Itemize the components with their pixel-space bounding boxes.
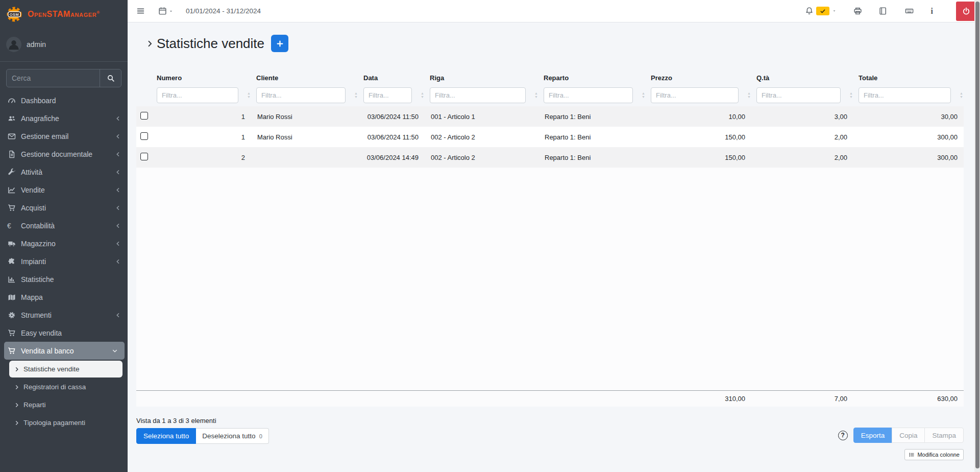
chart-line-icon	[7, 186, 16, 194]
date-range[interactable]: 01/01/2024 - 31/12/2024	[186, 7, 261, 15]
table-footer: Vista da 1 a 3 di 3 elementi Seleziona t…	[136, 407, 964, 444]
sidebar-item-magazzino[interactable]: Magazzino	[0, 234, 128, 252]
chevron-left-icon	[114, 169, 121, 176]
print-button[interactable]	[851, 5, 864, 17]
print-table-button[interactable]: Stampa	[924, 428, 964, 443]
cell-qta: 3,00	[751, 113, 853, 121]
cart-icon	[7, 329, 16, 337]
info-button[interactable]: i	[929, 5, 935, 17]
cell-totale: 300,00	[853, 154, 964, 161]
edit-columns-button[interactable]: Modifica colonne	[904, 449, 964, 460]
table-row[interactable]: 1 Mario Rossi 03/06/2024 11:50 001 - Art…	[136, 106, 964, 127]
page-scrollbar[interactable]	[974, 0, 980, 472]
main-content: Statistiche vendite Numero Cliente Data …	[128, 22, 980, 472]
copy-button[interactable]: Copia	[892, 428, 925, 443]
export-button[interactable]: Esporta	[853, 428, 893, 443]
chevron-left-icon	[114, 151, 121, 158]
sidebar-toggle-button[interactable]	[134, 5, 147, 17]
sidebar-item-statistiche[interactable]: Statistiche	[0, 270, 128, 288]
sidebar-item-vendita-al-banco[interactable]: Vendita al banco	[4, 342, 125, 360]
cell-cliente: Mario Rossi	[251, 113, 358, 121]
docs-button[interactable]	[877, 5, 890, 17]
row-checkbox[interactable]	[140, 112, 148, 120]
column-header-cliente[interactable]: Cliente	[251, 74, 358, 82]
filter-input-totale[interactable]	[859, 87, 951, 103]
column-header-qta[interactable]: Q.tà	[751, 74, 853, 82]
help-button[interactable]: ?	[838, 431, 848, 440]
chevron-left-icon	[114, 312, 121, 319]
calendar-button[interactable]	[156, 5, 176, 17]
table-totals-row: 310,00 7,00 630,00	[136, 390, 964, 407]
total-qta: 7,00	[751, 395, 853, 403]
sort-desc-icon: ▼	[354, 95, 358, 99]
sidebar-subitem-statistiche-vendite[interactable]: Statistiche vendite	[9, 361, 122, 377]
column-header-data[interactable]: Data	[358, 74, 425, 82]
sort-icons: ▲▼	[747, 92, 751, 99]
add-record-button[interactable]	[271, 35, 288, 52]
column-header-riga[interactable]: Riga	[425, 74, 538, 82]
column-header-totale[interactable]: Totale	[853, 74, 964, 82]
sidebar-menu: Dashboard Anagrafiche Gestione email Ges…	[0, 91, 128, 431]
sidebar-item-attivita[interactable]: Attività	[0, 163, 128, 181]
row-checkbox[interactable]	[140, 132, 148, 140]
search-input[interactable]	[7, 69, 100, 87]
sidebar-subitem-reparti[interactable]: Reparti	[9, 396, 122, 413]
svg-text:OSM: OSM	[10, 12, 19, 17]
sidebar-item-anagrafiche[interactable]: Anagrafiche	[0, 109, 128, 127]
table-row[interactable]: 2 03/06/2024 14:49 002 - Articolo 2 Repa…	[136, 147, 964, 168]
sidebar-item-gestione-email[interactable]: Gestione email	[0, 127, 128, 145]
cell-prezzo: 150,00	[646, 133, 751, 141]
cell-riga: 002 - Articolo 2	[425, 133, 538, 141]
brand[interactable]: OSM OpenSTAManager®	[0, 0, 128, 29]
sort-desc-icon: ▼	[849, 95, 853, 99]
sidebar-subitem-registratori-di-cassa[interactable]: Registratori di cassa	[9, 379, 122, 395]
deselect-count: 0	[259, 433, 262, 439]
sidebar-item-acquisti[interactable]: Acquisti	[0, 199, 128, 217]
search-button[interactable]	[100, 69, 121, 87]
scrollbar-thumb[interactable]	[975, 2, 979, 468]
cell-data: 03/06/2024 14:49	[358, 154, 425, 161]
info-icon: i	[931, 7, 933, 15]
sort-desc-icon: ▼	[247, 95, 251, 99]
column-header-prezzo[interactable]: Prezzo	[646, 74, 751, 82]
sidebar-item-gestione-documentale[interactable]: Gestione documentale	[0, 145, 128, 163]
logout-button[interactable]	[956, 2, 976, 21]
sidebar-item-mappa[interactable]: Mappa	[0, 288, 128, 306]
column-header-reparto[interactable]: Reparto	[538, 74, 646, 82]
gear-icon	[7, 311, 16, 319]
table-row[interactable]: 1 Mario Rossi 03/06/2024 11:50 002 - Art…	[136, 127, 964, 147]
sidebar-submenu: Statistiche vendite Registratori di cass…	[0, 361, 128, 431]
select-all-button[interactable]: Seleziona tutto	[136, 428, 196, 444]
user-panel[interactable]: admin	[0, 29, 128, 62]
sort-desc-icon: ▼	[642, 95, 645, 99]
sidebar-item-contabilita[interactable]: €Contabilità	[0, 217, 128, 234]
sidebar-subitem-tipologia-pagamenti[interactable]: Tipologia pagamenti	[9, 414, 122, 431]
column-header-numero[interactable]: Numero	[152, 74, 251, 82]
deselect-all-button[interactable]: Deseleziona tutto0	[196, 428, 268, 444]
sort-desc-icon: ▼	[421, 95, 424, 99]
filter-input-data[interactable]	[363, 87, 412, 103]
chevron-right-icon	[14, 384, 20, 390]
notifications-button[interactable]	[803, 5, 839, 17]
calendar-icon	[158, 7, 167, 15]
sidebar-item-dashboard[interactable]: Dashboard	[0, 91, 128, 109]
row-checkbox[interactable]	[140, 153, 148, 160]
hamburger-icon	[136, 7, 145, 15]
filter-input-qta[interactable]	[756, 87, 841, 103]
cell-numero: 1	[152, 113, 251, 121]
sidebar-item-vendite[interactable]: Vendite	[0, 181, 128, 199]
filter-input-reparto[interactable]	[544, 87, 633, 103]
filter-input-cliente[interactable]	[256, 87, 346, 103]
power-icon	[962, 7, 970, 15]
filter-input-prezzo[interactable]	[651, 87, 739, 103]
user-name: admin	[27, 40, 46, 49]
shortcuts-button[interactable]	[902, 5, 916, 17]
status-badge	[816, 7, 829, 15]
sidebar-item-easy-vendita[interactable]: Easy vendita	[0, 324, 128, 342]
filter-input-riga[interactable]	[430, 87, 526, 103]
gauge-icon	[7, 97, 16, 105]
filter-input-numero[interactable]	[157, 87, 238, 103]
sidebar-item-strumenti[interactable]: Strumenti	[0, 306, 128, 324]
cell-cliente: Mario Rossi	[251, 133, 358, 141]
sidebar-item-impianti[interactable]: Impianti	[0, 252, 128, 270]
